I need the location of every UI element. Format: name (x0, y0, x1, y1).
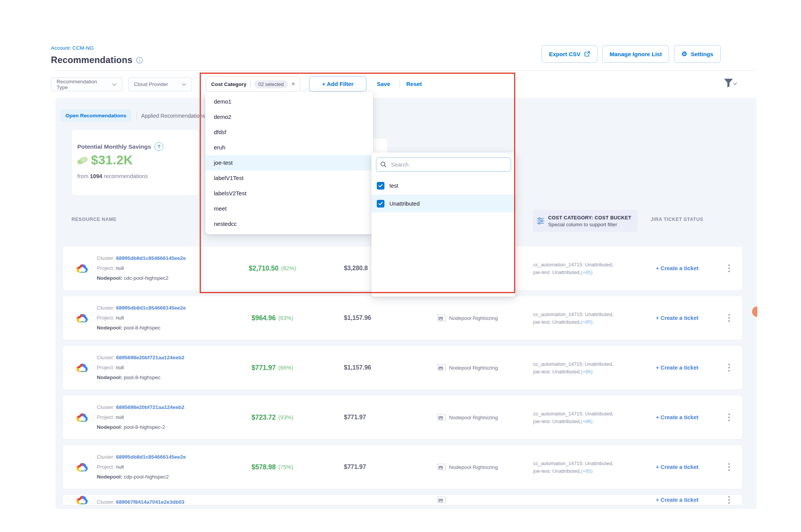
table-row[interactable]: Cluster: 68995db8d1c854666145ee2e Projec… (63, 296, 742, 340)
cost-category-filter-chip[interactable]: Cost Category 02 selected × (206, 76, 300, 92)
savings-amount: $578.98 (252, 463, 276, 471)
dropdown-item[interactable]: nestedcc (205, 216, 373, 232)
checkbox-checked-icon[interactable] (377, 182, 384, 190)
tab-divider (137, 112, 137, 119)
help-icon[interactable]: ? (155, 142, 163, 151)
cost-category-line1: cc_automation_14715: Unattributed, (533, 361, 614, 367)
dropdown-item[interactable]: demo1 (205, 94, 373, 109)
recommendation-type-select[interactable]: Recommendation Type (51, 77, 122, 91)
recommendation-type-cell (437, 495, 449, 505)
cluster-link[interactable]: 68995db8d1c854666145ee2e (116, 305, 186, 311)
column-header-resource-name[interactable]: RESOURCE NAME (72, 217, 117, 222)
recommendation-type-label: Nodepool Rightsizing (449, 415, 498, 420)
gcp-cloud-icon (76, 495, 89, 505)
savings-card-label-row: Potential Monthly Savings ? (77, 142, 163, 151)
row-menu-button[interactable] (726, 396, 733, 439)
create-ticket-button[interactable]: + Create a ticket (633, 396, 721, 439)
rightsizing-icon (437, 364, 446, 371)
row-menu-button[interactable] (726, 296, 733, 340)
dropdown-item[interactable]: eruh (205, 140, 373, 155)
chevron-down-icon (182, 83, 186, 86)
tab-applied-recommendations[interactable]: Applied Recommendations (141, 113, 205, 119)
checkbox-checked-icon[interactable] (377, 200, 384, 208)
manage-ignore-list-button[interactable]: Manage Ignore List (602, 45, 669, 63)
close-icon[interactable]: × (291, 81, 295, 87)
create-ticket-button[interactable]: + Create a ticket (633, 247, 721, 290)
cluster-link[interactable]: 68995db8d1c854666145ee2e (116, 454, 186, 460)
monthly-savings-cell (225, 495, 320, 505)
cluster-label: Cluster: (97, 355, 115, 360)
filter-lines-icon (536, 217, 545, 225)
page-title: Recommendations (51, 55, 132, 65)
savings-amount: $771.97 (252, 364, 276, 372)
column-header-jira-status[interactable]: JIRA TICKET STATUS (651, 217, 703, 222)
funnel-filter-icon[interactable] (723, 78, 738, 90)
option-unattributed[interactable]: Unattributed (371, 195, 516, 212)
row-menu-button[interactable] (726, 495, 733, 505)
table-row[interactable]: Cluster: 68995db8d1c854666145ee2e Projec… (63, 445, 742, 489)
table-row[interactable]: Cluster: 689067f8414a7041e2e3db03 Projec… (63, 495, 742, 505)
cost-bucket-submenu: test Unattributed (371, 152, 516, 297)
nodepool-value: cdp-pool-highspec2 (124, 474, 169, 480)
search-input[interactable] (390, 161, 507, 168)
table-row[interactable]: Cluster: 6895698e20bf721aa124eeb2 Projec… (63, 396, 742, 439)
option-label: test (389, 183, 398, 189)
row-menu-button[interactable] (726, 247, 733, 290)
cost-category-more-link[interactable]: (+85) (581, 319, 593, 325)
column-header-cost-category[interactable]: COST CATEGORY: COST BUCKET Special colum… (533, 210, 638, 232)
recommendation-type-label: Nodepool Rightsizing (449, 464, 498, 470)
cluster-link[interactable]: 6895698e20bf721aa124eeb2 (116, 404, 184, 410)
create-ticket-button[interactable]: + Create a ticket (633, 445, 721, 489)
option-test[interactable]: test (371, 177, 516, 195)
settings-button[interactable]: ⚙ Settings (674, 45, 720, 63)
monthly-savings-cell: $964.96 (83%) (225, 296, 320, 340)
row-menu-button[interactable] (726, 445, 733, 489)
savings-subtext: from 1094 recommendations (77, 173, 148, 179)
monthly-cost-cell: $3,280.8 (344, 247, 368, 290)
cost-category-dropdown: demo1 demo2 dfdsf eruh joe-test labelV1T… (205, 92, 373, 234)
add-filter-button[interactable]: + Add Filter (309, 76, 366, 92)
cluster-link[interactable]: 6895698e20bf721aa124eeb2 (116, 355, 184, 360)
dropdown-item[interactable]: labelsV2Test (205, 186, 373, 201)
cost-category-more-link[interactable]: (+85) (581, 468, 593, 474)
recommendation-type-cell: Nodepool Rightsizing (437, 396, 498, 439)
cluster-link[interactable]: 689067f8414a7041e2e3db03 (116, 499, 184, 505)
reset-filter-button[interactable]: Reset (406, 81, 422, 87)
search-box[interactable] (376, 157, 511, 172)
export-csv-button[interactable]: Export CSV (542, 45, 597, 63)
recommendations-page: Account: CCM-NG Recommendations Export C… (0, 0, 801, 532)
save-filter-button[interactable]: Save (377, 81, 390, 87)
cloud-provider-select[interactable]: Cloud Provider (128, 77, 192, 91)
monthly-savings-cell: $578.98 (75%) (225, 445, 320, 489)
savings-subtext-prefix: from (77, 173, 88, 179)
cost-category-more-link[interactable]: (+86) (581, 369, 593, 375)
create-ticket-button[interactable]: + Create a ticket (633, 296, 721, 340)
dropdown-item-highlighted[interactable]: joe-test (205, 155, 373, 170)
breadcrumb-account-link[interactable]: Account: CCM-NG (51, 45, 94, 51)
dropdown-item[interactable]: meet (205, 201, 373, 216)
dropdown-item[interactable]: labelV1Test (205, 170, 373, 186)
project-value: null (116, 365, 124, 370)
info-icon[interactable] (136, 57, 143, 64)
chevron-down-icon (112, 83, 117, 86)
tab-open-recommendations[interactable]: Open Recommendations (60, 109, 131, 122)
dropdown-item[interactable]: dfdsf (205, 125, 373, 140)
save-reset-divider (399, 79, 400, 88)
cost-category-more-link[interactable]: (+86) (581, 418, 593, 424)
cost-category-header-subtitle: Special column to support filter (548, 222, 631, 227)
create-ticket-button[interactable]: + Create a ticket (633, 346, 721, 389)
dropdown-item[interactable]: demo2 (205, 109, 373, 125)
create-ticket-button[interactable]: + Create a ticket (633, 495, 721, 505)
cost-category-line2: joe-test: Unattributed, (533, 468, 581, 474)
cost-category-line2: joe-test: Unattributed, (533, 418, 581, 424)
cluster-link[interactable]: 68995db8d1c854666145ee2e (116, 255, 186, 261)
cost-category-line2: joe-test: Unattributed, (533, 319, 581, 325)
row-menu-button[interactable] (726, 346, 733, 389)
money-icon (77, 155, 89, 165)
cost-category-more-link[interactable]: (+85) (581, 269, 593, 275)
cost-category-cell: cc_automation_14715: Unattributed, joe-t… (533, 445, 614, 489)
table-row[interactable]: Cluster: 6895698e20bf721aa124eeb2 Projec… (63, 346, 742, 389)
rightsizing-icon (437, 496, 446, 503)
project-value: null (116, 414, 124, 420)
cost-category-chip-label: Cost Category (211, 81, 246, 87)
